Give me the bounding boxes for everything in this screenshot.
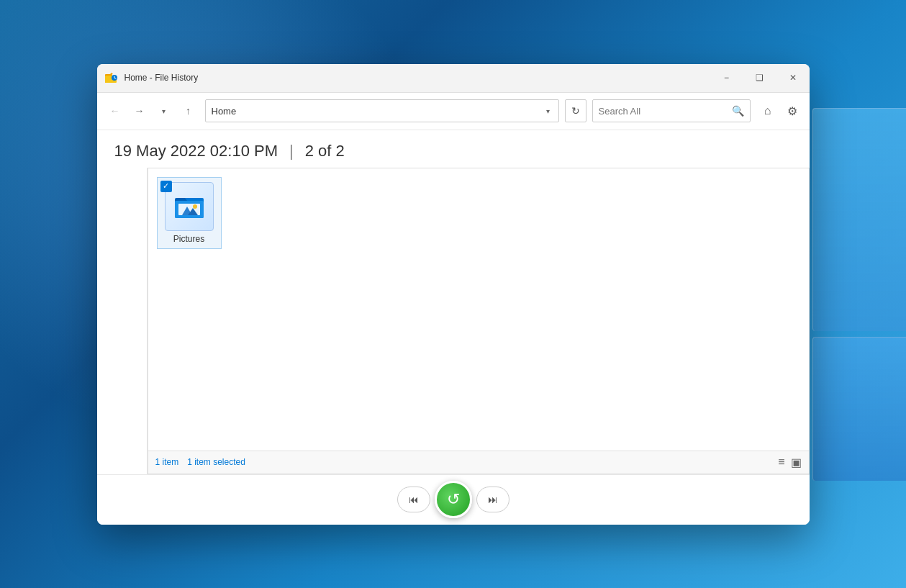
- back-button[interactable]: ←: [104, 100, 126, 122]
- address-bar: ▾: [205, 99, 559, 122]
- desktop-panel-top: [812, 108, 906, 331]
- list-item[interactable]: ✓: [157, 177, 222, 249]
- search-icon[interactable]: 🔍: [732, 105, 744, 117]
- up-button[interactable]: ↑: [178, 100, 199, 122]
- date-header: 19 May 2022 02:10 PM | 2 of 2: [97, 130, 810, 168]
- file-history-window: Home - File History − ❑ ✕ ← → ▾ ↑ ▾ ↻: [97, 64, 810, 525]
- toolbar-right-icons: ⌂ ⚙: [758, 101, 802, 121]
- item-count: 1 item: [155, 457, 179, 467]
- tile-view-icon[interactable]: ▣: [791, 456, 802, 469]
- forward-button[interactable]: →: [129, 100, 150, 122]
- search-input[interactable]: [599, 106, 732, 117]
- recent-locations-button[interactable]: ▾: [153, 100, 175, 122]
- home-icon: ⌂: [764, 104, 771, 117]
- settings-icon: ⚙: [787, 104, 797, 118]
- refresh-icon: ↻: [571, 105, 580, 117]
- settings-button[interactable]: ⚙: [782, 101, 802, 121]
- search-box: 🔍: [592, 99, 751, 122]
- recent-icon: ▾: [162, 107, 166, 115]
- first-icon: ⏮: [409, 494, 419, 505]
- restore-icon: ↺: [447, 490, 460, 509]
- list-view-icon[interactable]: ≡: [778, 456, 784, 469]
- window-title: Home - File History: [124, 73, 710, 83]
- forward-icon: →: [135, 105, 145, 117]
- restore-files-button[interactable]: ↺: [435, 481, 472, 518]
- back-icon: ←: [110, 105, 120, 117]
- refresh-button[interactable]: ↻: [565, 99, 586, 122]
- toolbar: ← → ▾ ↑ ▾ ↻ 🔍 ⌂ ⚙: [97, 93, 810, 130]
- file-checkbox: ✓: [160, 181, 172, 192]
- titlebar-icon: [104, 71, 119, 85]
- file-pane: ✓: [148, 168, 810, 474]
- desktop-panel-bottom: [812, 337, 906, 481]
- titlebar: Home - File History − ❑ ✕: [97, 64, 810, 93]
- file-name: Pictures: [162, 234, 217, 244]
- svg-point-8: [193, 204, 197, 209]
- up-icon: ↑: [186, 105, 191, 117]
- selected-count: 1 item selected: [187, 457, 245, 467]
- next-icon: ⏭: [488, 494, 498, 505]
- first-version-button[interactable]: ⏮: [397, 487, 430, 512]
- date-separator: |: [289, 142, 294, 160]
- address-input[interactable]: [209, 106, 541, 117]
- page-counter: 2 of 2: [305, 142, 345, 160]
- close-button[interactable]: ✕: [776, 64, 810, 92]
- status-bar: 1 item 1 item selected ≡ ▣: [148, 451, 809, 474]
- content-area: ✓: [97, 168, 810, 474]
- date-text: 19 May 2022 02:10 PM: [114, 142, 278, 160]
- minimize-button[interactable]: −: [710, 64, 743, 92]
- file-list: ✓: [148, 168, 809, 451]
- bottom-nav: ⏮ ↺ ⏭: [97, 474, 810, 525]
- left-sidebar: [97, 168, 148, 474]
- address-dropdown[interactable]: ▾: [541, 100, 556, 122]
- home-button[interactable]: ⌂: [758, 101, 778, 121]
- view-mode-icons: ≡ ▣: [778, 456, 801, 469]
- titlebar-controls: − ❑ ✕: [710, 64, 810, 92]
- next-version-button[interactable]: ⏭: [476, 487, 509, 512]
- restore-button[interactable]: ❑: [743, 64, 776, 92]
- pictures-folder-icon: [165, 182, 214, 231]
